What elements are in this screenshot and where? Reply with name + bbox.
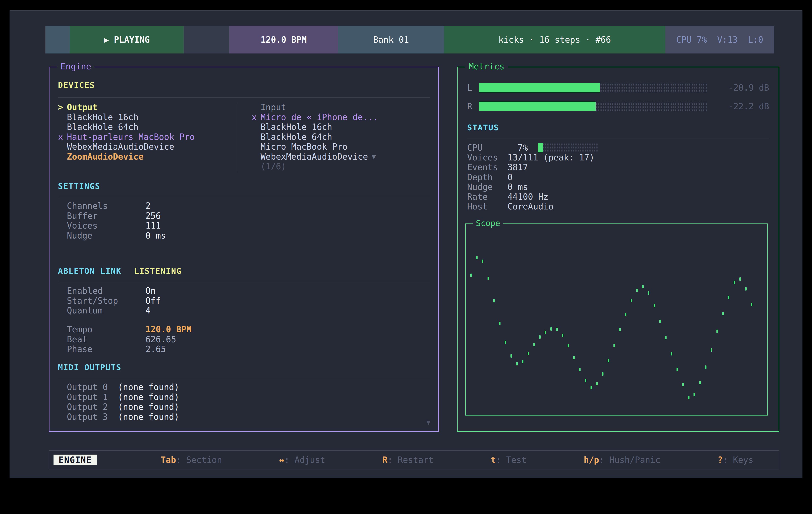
- status-row: Rate44100 Hz: [467, 192, 769, 202]
- setting-row[interactable]: Output 1(none found): [58, 392, 430, 402]
- output-section-header[interactable]: > Output: [58, 102, 237, 112]
- device-row[interactable]: xHaut-parleurs MacBook Pro: [58, 132, 237, 142]
- engine-panel: Engine DEVICES > Output BlackHole 16chBl…: [49, 67, 439, 432]
- setting-row[interactable]: Output 3(none found): [58, 412, 430, 422]
- device-state-mark: x: [58, 132, 67, 142]
- scroll-down-icon[interactable]: ▼: [426, 418, 431, 426]
- setting-row[interactable]: Voices111: [58, 221, 430, 231]
- meter-left-track: [479, 83, 707, 92]
- setting-row[interactable]: Phase2.65: [58, 344, 430, 354]
- scope-waveform: [471, 228, 762, 410]
- device-row[interactable]: ZoomAudioDevice: [58, 152, 237, 162]
- setting-value: Off: [145, 296, 161, 306]
- scope-sample-dot: [619, 328, 621, 331]
- divider: [58, 197, 430, 197]
- ableton-tempo-rows: Tempo120.0 BPMBeat626.65Phase2.65: [58, 325, 430, 354]
- device-label: BlackHole 64ch: [261, 132, 332, 142]
- setting-row[interactable]: EnabledOn: [58, 286, 430, 296]
- status-row: Nudge0 ms: [467, 182, 769, 192]
- scope-sample-dot: [539, 335, 541, 339]
- setting-row[interactable]: Output 2(none found): [58, 402, 430, 412]
- scope-sample-dot: [659, 320, 661, 323]
- scope-sample-dot: [642, 285, 644, 289]
- setting-label: Nudge: [67, 231, 145, 241]
- scope-sample-dot: [711, 348, 712, 352]
- scope-sample-dot: [694, 393, 695, 396]
- meter-left-fill: [479, 83, 600, 92]
- status-label: Nudge: [467, 182, 508, 192]
- scope-title: Scope: [473, 219, 503, 228]
- device-label: Micro de « iPhone de...: [261, 112, 378, 122]
- scope-sample-dot: [608, 359, 609, 362]
- hint-key: ?: [718, 455, 723, 465]
- setting-label: Quantum: [67, 306, 145, 315]
- key-hint: t: Test: [491, 455, 527, 465]
- device-row[interactable]: WebexMediaAudioDevice▼: [252, 152, 430, 162]
- scope-sample-dot: [568, 344, 569, 347]
- scope-sample-dot: [671, 352, 672, 356]
- setting-value: 111: [145, 221, 161, 231]
- scope-sample-dot: [740, 277, 741, 281]
- setting-value: 120.0 BPM: [145, 325, 192, 334]
- setting-row[interactable]: Channels2: [58, 201, 430, 211]
- dropdown-arrow-icon[interactable]: ▼: [372, 152, 376, 162]
- device-row[interactable]: xMicro de « iPhone de...: [252, 112, 430, 122]
- scope-sample-dot: [533, 343, 535, 346]
- meter-right-fill: [479, 102, 596, 111]
- scope-sample-dot: [648, 292, 649, 295]
- setting-row[interactable]: Start/StopOff: [58, 296, 430, 306]
- input-section-header[interactable]: Input: [252, 102, 430, 112]
- divider: [467, 139, 769, 139]
- scope-sample-dot: [505, 341, 506, 344]
- device-label: Micro MacBook Pro: [261, 142, 347, 152]
- setting-row[interactable]: Buffer256: [58, 211, 430, 221]
- hint-key: R: [382, 455, 387, 465]
- setting-label: Beat: [67, 334, 145, 344]
- scope-sample-dot: [493, 299, 495, 302]
- pattern-info[interactable]: kicks · 16 steps · #66: [444, 26, 665, 54]
- setting-row[interactable]: Output 0(none found): [58, 382, 430, 392]
- setting-value: 0 ms: [145, 231, 166, 241]
- hint-label: : Section: [176, 455, 222, 465]
- hint-label: : Restart: [387, 455, 434, 465]
- setting-label: Output 0: [67, 382, 118, 392]
- divider: [58, 378, 430, 379]
- transport-status[interactable]: ▶ PLAYING: [70, 26, 184, 54]
- setting-row[interactable]: Beat626.65: [58, 334, 430, 344]
- scope-sample-dot: [522, 360, 523, 363]
- setting-row[interactable]: Tempo120.0 BPM: [58, 325, 430, 334]
- scope-sample-dot: [511, 354, 512, 358]
- setting-label: Enabled: [67, 286, 145, 296]
- scope-sample-dot: [682, 383, 684, 386]
- scope-sample-dot: [665, 336, 667, 339]
- status-row: Events3817: [467, 162, 769, 172]
- metrics-panel-title: Metrics: [465, 62, 508, 71]
- setting-value: (none found): [118, 402, 179, 412]
- device-row[interactable]: BlackHole 16ch: [58, 112, 237, 122]
- setting-label: Phase: [67, 344, 145, 354]
- status-value: 3817: [508, 162, 528, 172]
- scope-sample-dot: [545, 331, 546, 334]
- ableton-link-header: ABLETON LINKLISTENING: [58, 266, 181, 276]
- scope-sample-dot: [528, 352, 529, 355]
- setting-value: On: [145, 286, 156, 296]
- hint-label: : Hush/Panic: [599, 455, 660, 465]
- setting-row[interactable]: Nudge0 ms: [58, 231, 430, 241]
- setting-row[interactable]: Quantum4: [58, 306, 430, 315]
- scope-sample-dot: [499, 322, 500, 325]
- midi-outputs-header: MIDI OUTPUTS: [58, 363, 121, 372]
- scope-sample-dot: [751, 303, 752, 306]
- device-label: BlackHole 16ch: [261, 122, 332, 132]
- device-row[interactable]: WebexMediaAudioDevice: [58, 142, 237, 152]
- device-row[interactable]: BlackHole 16ch: [252, 122, 430, 132]
- setting-label: Output 2: [67, 402, 118, 412]
- hint-key: h/p: [584, 455, 599, 465]
- hint-label: : Adjust: [284, 455, 325, 465]
- device-row[interactable]: BlackHole 64ch: [58, 122, 237, 132]
- device-row[interactable]: Micro MacBook Pro: [252, 142, 430, 152]
- status-header: STATUS: [467, 123, 499, 132]
- device-row[interactable]: BlackHole 64ch: [252, 132, 430, 142]
- tempo-display[interactable]: 120.0 BPM: [229, 26, 338, 54]
- footer-bar: ENGINE Tab: Section↔: AdjustR: Restartt:…: [49, 450, 779, 470]
- bank-display[interactable]: Bank 01: [338, 26, 444, 54]
